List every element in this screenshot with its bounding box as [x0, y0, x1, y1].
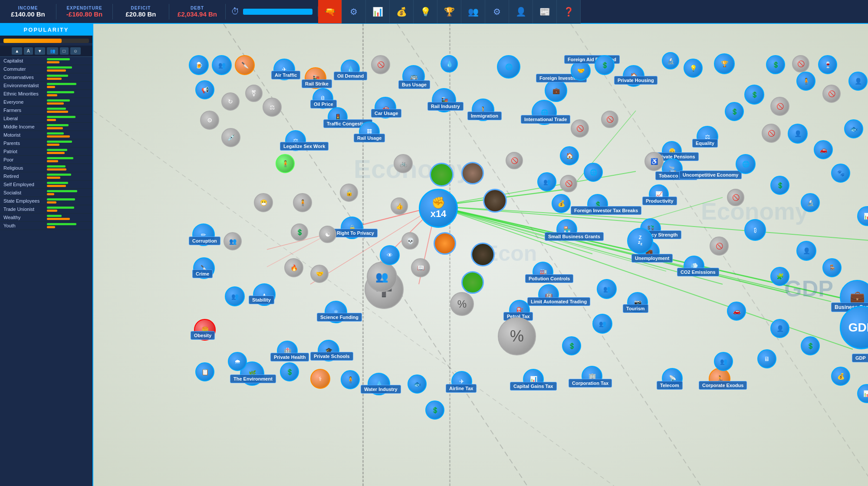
node-fish2[interactable]: 🐟	[408, 374, 427, 394]
node-fish[interactable]: 🐟	[844, 119, 863, 138]
node-bottom-1[interactable]: 📋	[195, 362, 214, 381]
node-bike[interactable]: 🚲	[394, 154, 413, 173]
node-private-housing[interactable]: 🏠	[623, 65, 644, 87]
node-chair[interactable]: 🪑	[822, 258, 842, 277]
node-rail-industry[interactable]: 🚂	[432, 88, 456, 112]
node-nogo2[interactable]: 🚫	[792, 55, 809, 72]
node-person5[interactable]: 👤	[770, 319, 789, 338]
node-eye[interactable]: 👁	[380, 245, 400, 265]
voter-row-socialist[interactable]: Socialist	[0, 189, 92, 197]
node-puzzle[interactable]: 🧩	[770, 267, 789, 286]
policies-button[interactable]: 🔫	[318, 0, 342, 23]
sort-asc-button[interactable]: ▲	[12, 47, 22, 55]
node-stability[interactable]: ▲	[253, 283, 276, 306]
node-book[interactable]: 📖	[411, 258, 430, 277]
node-percent-large[interactable]: %	[498, 317, 536, 355]
node-air-traffic[interactable]: ✈	[273, 59, 295, 80]
node-fire[interactable]: 🔥	[284, 258, 303, 277]
node-microscope2[interactable]: 🔬	[801, 193, 820, 212]
node-globe[interactable]: 🌐	[497, 55, 520, 79]
voter-row-parents[interactable]: Parents	[0, 139, 92, 148]
node-small-business-grants[interactable]: 🏪	[556, 219, 577, 240]
sort-desc-button[interactable]: ▼	[35, 47, 45, 55]
voter-row-state-employees[interactable]: State Employees	[0, 197, 92, 205]
node-water-drop[interactable]: 💧	[441, 55, 458, 72]
economy-button[interactable]: 💰	[390, 0, 414, 23]
node-gun[interactable]: 🔪	[235, 55, 255, 75]
group-button[interactable]: 👥	[47, 47, 58, 55]
node-gray-1[interactable]: ⚙	[200, 111, 219, 130]
voter-row-farmers[interactable]: Farmers	[0, 106, 92, 115]
node-dollar-r1[interactable]: 💲	[770, 176, 789, 195]
node-tourism[interactable]: 📷	[627, 292, 648, 313]
sort-alpha-button[interactable]: A	[24, 47, 33, 55]
voter-row-youth[interactable]: Youth	[0, 222, 92, 230]
node-people7[interactable]: 👥	[714, 352, 733, 371]
node-people-group[interactable]: 👥	[367, 262, 397, 292]
node-right-to-privacy[interactable]: 🔒	[341, 217, 363, 239]
node-foreign-investor-tax-breaks[interactable]: 💲	[587, 194, 608, 215]
node-nogo-r2[interactable]: 🚫	[822, 85, 841, 103]
achievements-button[interactable]: 🏆	[437, 0, 461, 23]
node-finance[interactable]: 💲	[595, 55, 615, 75]
node-corporate-exodus[interactable]: 🏃	[709, 368, 730, 390]
voter-row-poor[interactable]: Poor	[0, 156, 92, 164]
node-gdp[interactable]: GDP	[840, 306, 868, 349]
node-car-usage[interactable]: 🚗	[375, 97, 396, 118]
node-dollar4[interactable]: 💲	[801, 336, 820, 355]
node-corporation-tax[interactable]: 🏢	[582, 366, 602, 387]
voter-row-motorist[interactable]: Motorist	[0, 131, 92, 139]
node-rail-usage[interactable]: 🛤	[359, 122, 380, 142]
node-rail-strike[interactable]: 🚂	[305, 67, 326, 89]
node-airline-tax[interactable]: ✈	[451, 371, 472, 392]
voter-row-wealthy[interactable]: Wealthy	[0, 213, 92, 222]
node-syringe[interactable]: 💉	[221, 128, 240, 147]
node-corruption[interactable]: ✏	[192, 223, 215, 246]
node-globe2[interactable]: 🌐	[584, 163, 603, 182]
settings-button[interactable]: ⚙	[485, 0, 509, 23]
node-immigration[interactable]: 🚶	[472, 99, 494, 121]
node-legalize-sex-work[interactable]: ⚖	[285, 130, 306, 151]
node-zzz[interactable]: Zzz	[627, 228, 653, 254]
voter-row-liberal[interactable]: Liberal	[0, 115, 92, 123]
help-button[interactable]: ❓	[557, 0, 581, 23]
node-globe-r1[interactable]: 🌐	[736, 154, 756, 174]
node-people5[interactable]: 👥	[597, 279, 617, 299]
voter-row-everyone[interactable]: Everyone	[0, 98, 92, 106]
node-co2-emissions[interactable]: 💨	[684, 256, 704, 276]
node-private-schools[interactable]: 🎓	[318, 340, 339, 361]
node-foreign-aid-received[interactable]: 🤝	[571, 61, 591, 81]
node-productivity[interactable]: 📈	[649, 184, 669, 204]
node-nogo-r1[interactable]: 🚫	[770, 97, 789, 116]
node-mask[interactable]: 😷	[254, 193, 273, 212]
node-handshake[interactable]: 🤝	[310, 265, 329, 283]
ministers-button[interactable]: 👥	[461, 0, 485, 23]
node-chart2[interactable]: 📊	[857, 206, 868, 226]
node-speaker[interactable]: 📢	[195, 80, 214, 99]
node-paw[interactable]: 🐾	[831, 164, 850, 183]
node-dollar5[interactable]: 💲	[280, 362, 299, 381]
node-person-standing[interactable]: 🧍	[276, 154, 295, 173]
node-finance2[interactable]: 💲	[725, 102, 744, 121]
voter-row-commuter[interactable]: Commuter	[0, 65, 92, 73]
voter-row-conservatives[interactable]: Conservatives	[0, 73, 92, 82]
node-person2[interactable]: 🧍	[293, 193, 312, 212]
voter-row-patriot[interactable]: Patriot	[0, 148, 92, 156]
profile-button[interactable]: 👤	[509, 0, 533, 23]
node-person-r1[interactable]: 🧍	[796, 72, 815, 91]
node-percent-small[interactable]: %	[450, 292, 474, 316]
node-bitcoin[interactable]: ₿	[744, 219, 766, 241]
node-traffic-congestion[interactable]: 🚦	[328, 107, 348, 127]
voter-row-self-employed[interactable]: Self Employed	[0, 181, 92, 189]
node-wine[interactable]: 🍷	[818, 55, 837, 74]
node-yinyang[interactable]: ☯	[319, 226, 336, 243]
node-water-industry[interactable]: 💧	[368, 373, 390, 395]
voter-row-retired[interactable]: Retired	[0, 172, 92, 181]
node-car2[interactable]: 🚗	[814, 140, 833, 159]
node-people[interactable]: 👥	[212, 55, 232, 75]
node-nogo-r4[interactable]: 🚫	[601, 111, 618, 128]
node-thumbsup[interactable]: 👍	[391, 197, 408, 215]
node-people2[interactable]: 👥	[225, 286, 245, 306]
node-person-r4[interactable]: 👤	[796, 241, 816, 261]
node-capital-gains-tax[interactable]: 📊	[523, 369, 544, 390]
